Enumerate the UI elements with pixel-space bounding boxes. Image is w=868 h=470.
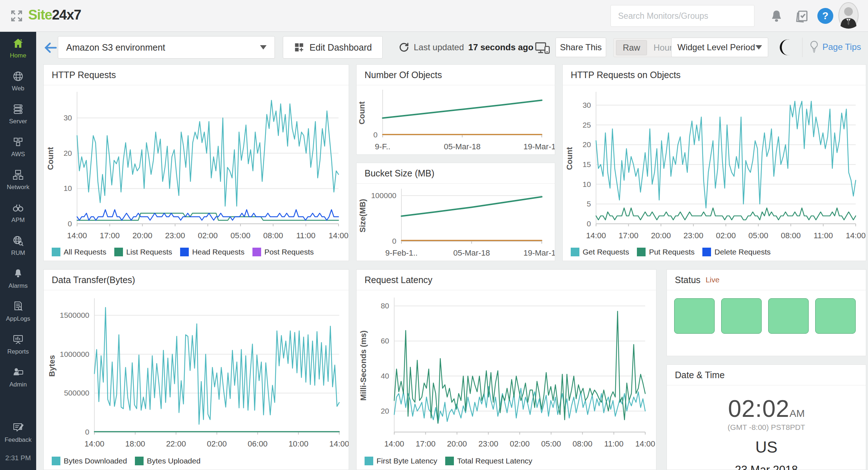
edit-dashboard-button[interactable]: Edit Dashboard bbox=[283, 36, 383, 59]
legend-item[interactable]: All Requests bbox=[50, 246, 110, 258]
widget-date-time: Date & Time 02:02AM (GMT -8:00) PST8PDT … bbox=[667, 364, 866, 470]
svg-text:05:00: 05:00 bbox=[541, 439, 561, 448]
devices-icon[interactable] bbox=[535, 40, 550, 55]
feedback-icon bbox=[12, 422, 24, 434]
request-latency-chart: 2040608014:0017:0020:0023:0002:0005:0008… bbox=[357, 290, 656, 453]
legend-swatch bbox=[637, 248, 646, 256]
web-icon bbox=[12, 70, 24, 82]
legend-swatch bbox=[252, 248, 261, 256]
sidebar-item-reports[interactable]: Reports bbox=[0, 328, 36, 361]
widget-title: HTTP Requests bbox=[44, 65, 349, 85]
legend-label: Post Requests bbox=[264, 248, 314, 256]
svg-text:0: 0 bbox=[68, 219, 72, 228]
svg-text:80: 80 bbox=[381, 302, 389, 310]
svg-text:1500000: 1500000 bbox=[60, 311, 89, 319]
search-input[interactable] bbox=[610, 5, 754, 27]
legend-item[interactable]: Bytes Downloaded bbox=[50, 455, 131, 467]
svg-text:20: 20 bbox=[64, 149, 72, 157]
refresh-icon[interactable] bbox=[399, 42, 409, 53]
svg-text:20:00: 20:00 bbox=[447, 439, 467, 448]
legend-item[interactable]: Bytes Uploaded bbox=[133, 455, 204, 467]
sidebar-item-alarms[interactable]: Alarms bbox=[0, 262, 36, 295]
legend-swatch bbox=[114, 248, 123, 256]
svg-text:18:00: 18:00 bbox=[125, 439, 145, 448]
svg-text:11:00: 11:00 bbox=[296, 231, 315, 240]
chevron-down-icon bbox=[260, 45, 267, 50]
legend-item[interactable]: List Requests bbox=[113, 246, 176, 258]
status-tile-4[interactable] bbox=[815, 298, 856, 334]
widget-request-latency: Request Latency 2040608014:0017:0020:002… bbox=[356, 269, 656, 470]
share-this-button[interactable]: Share This bbox=[556, 38, 606, 57]
sidebar-item-rum[interactable]: RUM bbox=[0, 229, 36, 262]
notification-bell-icon[interactable] bbox=[769, 9, 784, 24]
chevron-down-icon bbox=[756, 45, 762, 50]
page-tips-link[interactable]: Page Tips bbox=[809, 40, 861, 54]
widget-title: Bucket Size (MB) bbox=[357, 163, 555, 184]
site24x7-logo[interactable]: Site24x7 bbox=[28, 7, 81, 23]
bucket-size-chart: 01000009-Feb-1..05-Mar-1819-Mar-18Size(M… bbox=[357, 183, 555, 261]
rum-icon bbox=[12, 235, 24, 247]
sidebar-item-applogs[interactable]: AppLogs bbox=[0, 295, 36, 328]
legend-label: Bytes Uploaded bbox=[147, 457, 200, 465]
svg-text:25: 25 bbox=[583, 121, 591, 129]
legend-item[interactable]: Put Requests bbox=[635, 246, 698, 258]
region: US bbox=[667, 438, 866, 456]
sidebar-item-aws[interactable]: AWS bbox=[0, 131, 36, 163]
dark-mode-moon-icon[interactable] bbox=[780, 39, 795, 56]
svg-text:08:00: 08:00 bbox=[263, 231, 283, 240]
sidebar: HomeWebServerAWSNetworkAPMRUMAlarmsAppLo… bbox=[0, 32, 36, 470]
widget-level-period-dropdown[interactable]: Widget Level Period bbox=[671, 38, 768, 57]
dashboard-selector[interactable]: Amazon S3 environment bbox=[58, 36, 275, 59]
svg-text:Count: Count bbox=[46, 147, 55, 170]
date: 23 Mar 2018 bbox=[667, 463, 866, 470]
chart-legend: All RequestsList RequestsHead RequestsPo… bbox=[50, 246, 317, 258]
sidebar-item-feedback[interactable]: Feedback bbox=[0, 416, 36, 449]
legend-swatch bbox=[445, 457, 454, 465]
svg-text:23:00: 23:00 bbox=[478, 439, 498, 448]
expand-icon[interactable] bbox=[9, 9, 24, 23]
sidebar-item-label: Admin bbox=[9, 381, 27, 388]
svg-text:1000000: 1000000 bbox=[60, 350, 89, 358]
legend-item[interactable]: Post Requests bbox=[251, 246, 318, 258]
legend-item[interactable]: First Byte Latency bbox=[363, 455, 441, 467]
svg-text:30: 30 bbox=[64, 114, 72, 122]
sidebar-item-label: AWS bbox=[11, 151, 25, 158]
widget-title: Request Latency bbox=[357, 270, 656, 290]
live-badge: Live bbox=[706, 275, 720, 284]
sidebar-item-web[interactable]: Web bbox=[0, 65, 36, 98]
status-tile-3[interactable] bbox=[768, 298, 809, 334]
legend-item[interactable]: Total Request Latency bbox=[444, 455, 536, 467]
sidebar-item-label: Reports bbox=[7, 348, 29, 355]
svg-text:0: 0 bbox=[373, 131, 378, 139]
bulb-icon bbox=[809, 40, 820, 54]
toggle-raw[interactable]: Raw bbox=[616, 40, 647, 55]
sidebar-item-home[interactable]: Home bbox=[0, 32, 36, 65]
sidebar-item-apm[interactable]: APM bbox=[0, 196, 36, 229]
sidebar-item-server[interactable]: Server bbox=[0, 98, 36, 131]
legend-item[interactable]: Get Requests bbox=[569, 246, 633, 258]
svg-text:10:00: 10:00 bbox=[289, 439, 309, 448]
sidebar-item-admin[interactable]: Admin bbox=[0, 361, 36, 394]
status-tile-1[interactable] bbox=[674, 298, 715, 334]
widget-data-transfer: Data Transfer(Bytes) 0500000100000015000… bbox=[43, 269, 349, 470]
status-tile-2[interactable] bbox=[721, 298, 762, 334]
svg-text:05-Mar-18: 05-Mar-18 bbox=[444, 142, 480, 151]
svg-text:20: 20 bbox=[381, 407, 389, 415]
back-arrow-icon[interactable] bbox=[43, 40, 59, 56]
legend-item[interactable]: Head Requests bbox=[179, 246, 248, 258]
avatar[interactable] bbox=[838, 2, 859, 29]
sidebar-item-label: Web bbox=[12, 85, 25, 92]
svg-text:17:00: 17:00 bbox=[100, 231, 120, 240]
tasks-icon[interactable] bbox=[794, 9, 809, 24]
sidebar-item-label: AppLogs bbox=[6, 315, 30, 322]
sidebar-item-network[interactable]: Network bbox=[0, 163, 36, 196]
legend-swatch bbox=[52, 457, 60, 465]
applogs-icon bbox=[12, 300, 24, 313]
help-icon[interactable]: ? bbox=[817, 8, 833, 24]
svg-text:5: 5 bbox=[587, 200, 591, 208]
widget-bucket-size: Bucket Size (MB) 01000009-Feb-1..05-Mar-… bbox=[356, 163, 555, 261]
main-content: Amazon S3 environment Edit Dashboard Las… bbox=[36, 32, 868, 470]
header-divider bbox=[802, 38, 803, 57]
legend-item[interactable]: Delete Requests bbox=[701, 246, 774, 258]
legend-label: First Byte Latency bbox=[376, 457, 437, 465]
